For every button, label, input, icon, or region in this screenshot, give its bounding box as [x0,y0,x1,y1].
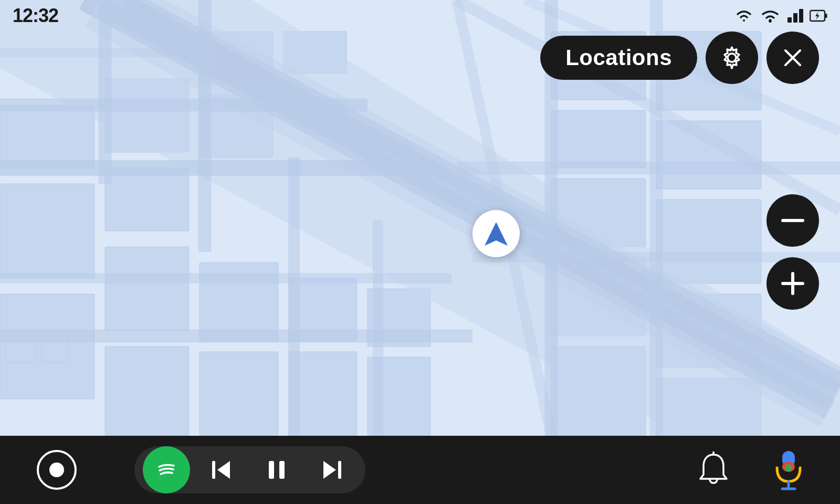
svg-rect-22 [200,352,278,436]
skip-back-icon [208,457,234,483]
svg-point-78 [785,464,792,471]
pause-button[interactable] [249,446,304,494]
notification-button[interactable] [681,446,746,494]
home-button[interactable] [21,446,92,494]
zoom-controls [766,194,819,310]
svg-rect-61 [781,219,804,222]
svg-rect-69 [269,461,274,479]
voice-button[interactable] [758,446,819,494]
gear-icon [718,44,746,71]
pause-icon [264,457,290,483]
svg-rect-63 [791,272,794,295]
svg-rect-12 [551,110,646,168]
media-player-pill [134,446,365,494]
svg-point-66 [152,455,181,485]
spotify-button[interactable] [143,446,190,494]
skip-forward-icon [319,457,345,483]
zoom-in-button[interactable] [766,257,819,310]
svg-rect-2 [0,184,94,278]
svg-rect-1 [0,105,94,168]
next-button[interactable] [304,446,360,494]
prev-button[interactable] [193,446,249,494]
svg-rect-6 [105,247,189,331]
svg-marker-72 [323,461,336,479]
plus-icon [781,272,804,295]
taskbar [0,436,840,504]
google-mic-icon [773,449,804,491]
svg-marker-68 [217,461,230,479]
spotify-icon [152,455,181,485]
bell-icon [696,452,731,488]
svg-rect-5 [105,168,189,231]
close-icon [781,46,804,69]
svg-point-65 [49,463,64,477]
svg-rect-70 [279,461,285,479]
svg-rect-7 [105,346,189,436]
svg-point-58 [728,54,736,62]
svg-rect-71 [338,461,341,479]
home-circle-icon [36,449,78,491]
location-marker [472,210,520,257]
right-controls [681,446,819,494]
settings-button[interactable] [706,32,758,84]
top-controls: Locations [540,32,819,84]
minus-icon [781,218,804,223]
locations-button[interactable]: Locations [540,36,697,80]
svg-rect-67 [212,461,215,479]
close-button[interactable] [766,32,819,84]
zoom-out-button[interactable] [766,194,819,247]
svg-marker-50 [485,222,508,246]
